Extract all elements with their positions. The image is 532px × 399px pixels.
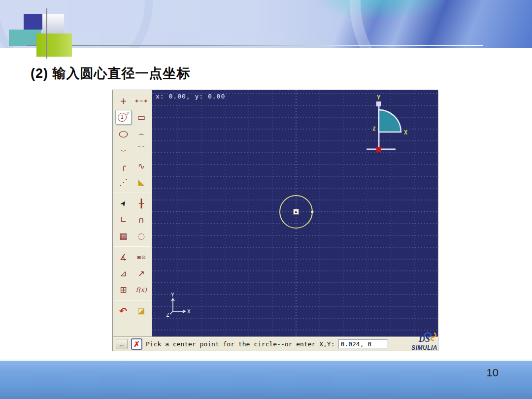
triad-x-label: X [187,308,191,315]
tool-edit-curve[interactable]: ∩ [133,212,149,227]
tool-offset-curves[interactable]: ∟ [115,212,132,227]
fan-x-axis-label: X [404,129,408,136]
tool-add-dimension[interactable]: ∡ [115,250,132,265]
quarter-disc-face [379,110,401,132]
tool-create-fillet[interactable]: ╭ [115,159,132,173]
tool-create-point[interactable]: + [115,94,132,108]
sketch-canvas-svg[interactable]: Y X Z Y X Z [152,90,438,337]
tool-add-constraint[interactable]: ≡⊙ [133,250,149,265]
view-triad: Y X Z [166,292,191,318]
tool-measure-distance[interactable]: ↗ [133,266,149,281]
cancel-x-icon: ✗ [133,340,140,348]
3ds-logo-icon: DS [418,332,437,343]
tool-create-arc-tangent[interactable]: ⌒ [133,142,149,157]
footer-bar: 10 [0,360,532,399]
tool-create-arc-center-2-endpoints[interactable]: ⌣ [115,142,132,157]
circle-perimeter-point[interactable] [311,211,314,213]
header-banner [0,0,532,48]
previous-prompt-button[interactable]: ← [116,339,128,349]
cursor-coordinate-readout: x: 0.00, y: 0.00 [156,93,225,100]
tool-create-arc-3-points[interactable]: ⌢ [133,126,149,141]
tool-create-circle-center-perimeter[interactable]: 12 [115,110,132,125]
circle-center-marker[interactable] [294,209,299,215]
tool-split-edges[interactable]: ╂ [133,196,149,211]
back-arrow-icon: ← [118,341,125,348]
sketch-viewport[interactable]: x: 0.00, y: 0.00 Y X [152,90,438,337]
toolbar-separator [114,193,150,193]
header-divider-line [27,45,483,46]
fan-z-axis-label: Z [372,126,376,132]
tool-delete-entities[interactable]: ◪ [133,303,149,318]
tool-edit-dimension[interactable]: ⊿ [115,266,132,281]
tool-create-connected-lines[interactable]: ✶~✶ [133,94,149,108]
toolbar-separator [114,246,150,247]
simulia-logo: DS SIMULIA [394,332,437,351]
tool-create-construction-line[interactable]: ⋰ [115,175,132,190]
decor-circle [350,0,532,48]
simulia-wordmark: SIMULIA [394,345,437,351]
page-title: (2) 输入圆心直径一点坐标 [31,65,191,82]
sketch-toolbar: +✶~✶12▭○⌢⌣⌒╭∿⋰◣➤╂∟∩▦◌∡≡⊙⊿↗⊞f(x)↶◪ [113,90,152,337]
tool-linear-pattern[interactable]: ▦ [115,229,132,243]
tool-parameter-manager[interactable]: f(x) [133,282,149,297]
selected-vertex-marker [376,147,381,152]
tool-create-spline[interactable]: ∿ [133,159,149,173]
logo-square-blue [24,14,42,30]
triad-y-label: Y [171,292,174,298]
fan-y-axis-label: Y [377,94,381,101]
abaqus-sketcher-window: +✶~✶12▭○⌢⌣⌒╭∿⋰◣➤╂∟∩▦◌∡≡⊙⊿↗⊞f(x)↶◪ x: 0.0… [112,90,438,351]
tool-auto-trim[interactable]: ◣ [133,175,149,190]
part-axis-figure: Y X Z [366,94,408,152]
coordinate-input[interactable] [338,339,388,349]
page-number: 10 [487,366,499,379]
logo-cross-line [46,8,47,59]
tool-create-ellipse[interactable]: ○ [113,126,134,141]
logo-square-green [36,33,72,57]
tool-radial-pattern[interactable]: ◌ [133,229,149,243]
cancel-button[interactable]: ✗ [131,338,142,350]
tool-dimension-rectangle[interactable]: ⊞ [115,282,132,297]
tool-select[interactable]: ➤ [113,193,134,214]
axis-top-handle [376,101,381,106]
triad-z-label: Z [166,312,169,318]
slide: (2) 输入圆心直径一点坐标 +✶~✶12▭○⌢⌣⌒╭∿⋰◣➤╂∟∩▦◌∡≡⊙⊿… [0,0,532,399]
tool-create-rectangle[interactable]: ▭ [133,110,149,125]
prompt-message: Pick a center point for the circle--or e… [146,340,335,348]
prompt-bar: ← ✗ Pick a center point for the circle--… [113,337,438,351]
toolbar-separator [114,300,150,300]
tool-undo[interactable]: ↶ [115,303,132,318]
